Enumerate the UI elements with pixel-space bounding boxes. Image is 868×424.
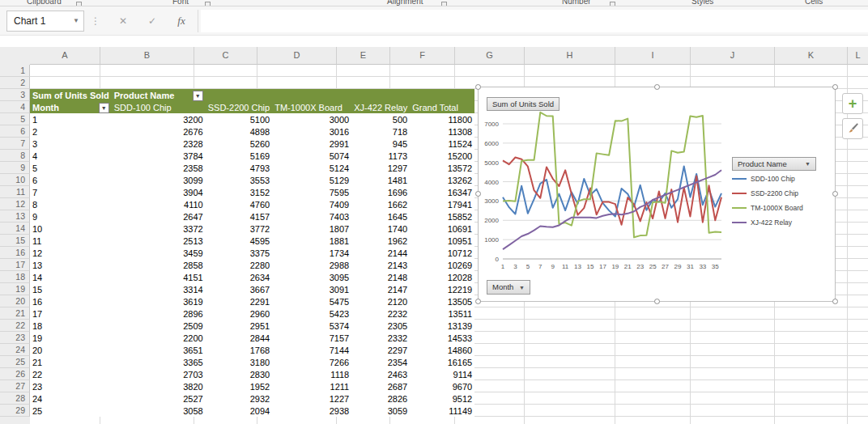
pivot-month-cell[interactable]: 20 [30,344,112,356]
pivot-value-cell[interactable]: 1768 [206,344,272,356]
row-header-2[interactable]: 2 [0,77,30,89]
pivot-value-cell[interactable]: 1227 [272,392,351,405]
row-header-7[interactable]: 7 [0,138,30,150]
pivot-value-cell[interactable]: 3152 [206,186,272,198]
pivot-month-cell[interactable]: 8 [30,198,112,210]
pivot-value-cell[interactable]: 5423 [272,307,351,320]
pivot-value-cell[interactable]: 3375 [206,247,272,259]
row-header-20[interactable]: 20 [0,295,30,307]
pivot-month-cell[interactable]: 11 [30,235,112,247]
pivot-month-cell[interactable]: 22 [30,368,112,380]
pivot-month-cell[interactable]: 7 [30,186,112,198]
pivot-value-cell[interactable]: 15852 [410,210,474,223]
column-header-B[interactable]: B [100,47,194,65]
pivot-value-cell[interactable]: 2144 [351,247,410,259]
name-box[interactable]: Chart 1 ▼ [6,11,84,32]
pivot-value-cell[interactable]: 13262 [410,174,474,186]
row-header-1[interactable]: 1 [0,65,30,77]
pivot-value-cell[interactable]: 13505 [410,295,474,307]
selection-handle[interactable] [475,299,481,304]
row-header-24[interactable]: 24 [0,344,30,356]
pivot-value-cell[interactable]: 2687 [351,380,410,392]
pivot-month-cell[interactable]: 19 [30,332,112,344]
pivot-value-cell[interactable]: 11308 [410,125,474,138]
pivot-value-cell[interactable]: 1118 [272,368,351,380]
pivot-value-cell[interactable]: 4760 [206,198,272,210]
pivot-header-empty-cell[interactable] [351,89,410,101]
pivot-month-cell[interactable]: 24 [30,392,112,405]
pivot-value-cell[interactable]: 2463 [351,368,410,380]
pivot-value-cell[interactable]: 1881 [272,235,351,247]
column-header-A[interactable]: A [30,47,100,65]
pivot-value-cell[interactable]: 7144 [272,344,351,356]
row-header-9[interactable]: 9 [0,162,30,174]
pivot-value-cell[interactable]: 500 [351,113,410,125]
pivot-value-cell[interactable]: 2305 [351,320,410,332]
row-header-3[interactable]: 3 [0,89,30,101]
pivot-value-cell[interactable]: 14533 [410,332,474,344]
chart-legend-field-button[interactable]: Product Name ▼ [732,157,816,171]
row-header-29[interactable]: 29 [0,405,30,417]
pivot-value-cell[interactable]: 15200 [410,150,474,162]
pivot-value-cell[interactable]: 5260 [206,138,272,150]
pivot-value-cell[interactable]: 2938 [272,405,351,417]
pivot-value-cell[interactable]: 3772 [206,223,272,235]
row-header-23[interactable]: 23 [0,332,30,344]
pivot-month-cell[interactable]: 18 [30,320,112,332]
row-header-15[interactable]: 15 [0,235,30,247]
pivot-value-cell[interactable]: 10951 [410,235,474,247]
formula-bar-drag-handle[interactable]: ⋮ [91,11,100,32]
pivot-value-cell[interactable]: 1740 [351,223,410,235]
pivot-value-cell[interactable]: 2291 [206,295,272,307]
column-header-F[interactable]: F [390,47,455,65]
pivot-value-cell[interactable]: 1211 [272,380,351,392]
legend-item[interactable]: XJ-422 Relay [732,215,803,230]
row-header-5[interactable]: 5 [0,113,30,125]
pivot-value-cell[interactable]: 3314 [112,283,206,295]
pivot-value-cell[interactable]: 1662 [351,198,410,210]
pivot-column-label-cell[interactable]: Grand Total [410,101,474,113]
pivot-value-cell[interactable]: 1962 [351,235,410,247]
pivot-month-cell[interactable]: 3 [30,138,112,150]
pivot-value-cell[interactable]: 2358 [112,162,206,174]
pivot-value-cell[interactable]: 1481 [351,174,410,186]
pivot-value-cell[interactable]: 1807 [272,223,351,235]
pivot-value-cell[interactable]: 3553 [206,174,272,186]
pivot-month-cell[interactable]: 9 [30,210,112,223]
pivot-header-empty-cell[interactable] [410,89,474,101]
row-header-13[interactable]: 13 [0,210,30,223]
row-header-21[interactable]: 21 [0,307,30,320]
pivot-month-cell[interactable]: 4 [30,150,112,162]
pivot-value-cell[interactable]: 2703 [112,368,206,380]
pivot-value-cell[interactable]: 2991 [272,138,351,150]
pivot-column-label-cell[interactable]: XJ-422 Relay [351,101,410,113]
pivot-value-cell[interactable]: 11149 [410,405,474,417]
pivot-value-cell[interactable]: 4595 [206,235,272,247]
pivot-col-field-cell[interactable]: ▼Product Name [112,89,206,101]
pivot-value-cell[interactable]: 7409 [272,198,351,210]
pivot-value-cell[interactable]: 1297 [351,162,410,174]
row-header-18[interactable]: 18 [0,271,30,283]
pivot-value-cell[interactable]: 7595 [272,186,351,198]
row-header-26[interactable]: 26 [0,368,30,380]
pivot-month-cell[interactable]: 1 [30,113,112,125]
pivot-value-cell[interactable]: 2513 [112,235,206,247]
pivot-value-cell[interactable]: 2896 [112,307,206,320]
pivot-column-label-cell[interactable]: TM-1000X Board [272,101,351,113]
column-header-J[interactable]: J [691,47,775,65]
pivot-month-cell[interactable]: 12 [30,247,112,259]
pivot-value-cell[interactable]: 5475 [272,295,351,307]
month-filter-button[interactable]: ▼ [99,103,109,113]
pivot-value-cell[interactable]: 3059 [351,405,410,417]
pivot-value-cell[interactable]: 3099 [112,174,206,186]
pivot-value-cell[interactable]: 2527 [112,392,206,405]
pivot-value-cell[interactable]: 2951 [206,320,272,332]
pivot-value-cell[interactable]: 3200 [112,113,206,125]
pivot-month-cell[interactable]: 2 [30,125,112,138]
row-header-6[interactable]: 6 [0,125,30,138]
pivot-value-cell[interactable]: 12028 [410,271,474,283]
pivot-value-cell[interactable]: 3180 [206,356,272,368]
pivot-value-cell[interactable]: 3058 [112,405,206,417]
pivot-row-field-cell[interactable]: ▼Month [30,101,112,113]
pivot-column-label-cell[interactable]: SSD-2200 Chip [206,101,272,113]
